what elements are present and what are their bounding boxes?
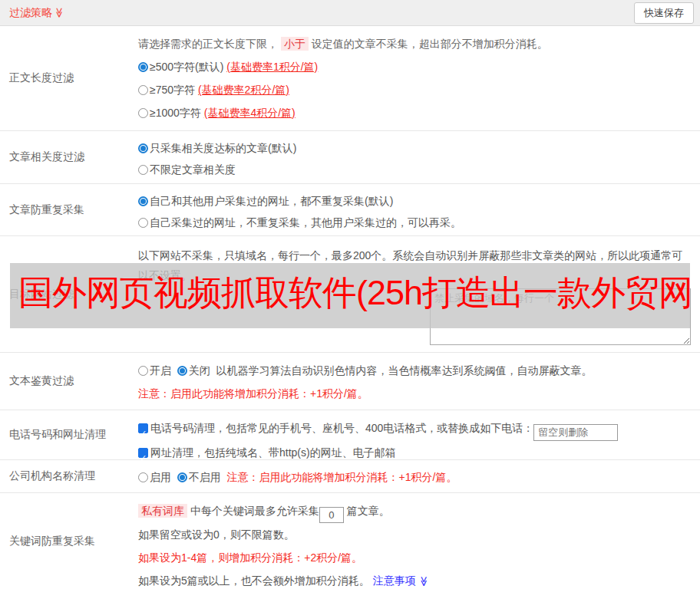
radio-icon[interactable] bbox=[138, 62, 148, 72]
row-content: 开启 关闭 以机器学习算法自动识别色情内容，当色情概率达到系统阈值，自动屏蔽文章… bbox=[138, 353, 700, 410]
porn-desc: 以机器学习算法自动识别色情内容，当色情概率达到系统阈值，自动屏蔽文章。 bbox=[216, 364, 593, 377]
radio-icon[interactable] bbox=[138, 472, 148, 482]
radio-icon[interactable] bbox=[138, 196, 148, 206]
row-target-site-filter: 目标网站过滤 以下网站不采集，只填域名，每行一个，最多200个。系统会自动识别并… bbox=[0, 236, 700, 353]
private-thesaurus-highlight: 私有词库 bbox=[138, 504, 187, 518]
checkbox-icon[interactable] bbox=[138, 423, 148, 433]
radio-icon[interactable] bbox=[177, 472, 187, 482]
row-label: 文章防重复采集 bbox=[0, 184, 138, 235]
row-content: 自己和其他用户采集过的网址，都不重复采集(默认) 自己采集过的网址，不重复采集，… bbox=[138, 184, 700, 235]
radio-icon[interactable] bbox=[138, 218, 148, 228]
keyword-note-zero: 如果留空或设为0，则不限篇数。 bbox=[138, 523, 694, 546]
keyword-limit-input[interactable] bbox=[319, 507, 344, 523]
row-label: 目标网站过滤 bbox=[0, 236, 138, 352]
row-content: 请选择需求的正文长度下限， 小于 设定值的文章不采集，超出部分不增加积分消耗。 … bbox=[138, 26, 700, 130]
row-phone-url-cleanup: 电话号码和网址清理 电话号码清理，包括常见的手机号、座机号、400电话格式，或替… bbox=[0, 410, 700, 460]
row-label: 电话号码和网址清理 bbox=[0, 410, 138, 459]
keyword-note-five: 如果设为5篇或以上，也不会额外增加积分消耗。 注意事项≫ bbox=[138, 569, 694, 589]
porn-option-on[interactable]: 开启 bbox=[138, 364, 171, 377]
fee-note: (基础费率4积分/篇) bbox=[204, 107, 296, 119]
company-option-on[interactable]: 启用 bbox=[138, 471, 171, 483]
row-content: 私有词库 中每个关键词最多允许采集 篇文章。 如果留空或设为0，则不限篇数。 如… bbox=[138, 493, 700, 589]
row-label: 文本鉴黄过滤 bbox=[0, 353, 138, 410]
radio-icon[interactable] bbox=[177, 366, 187, 376]
length-option-1000[interactable]: ≥1000字符 (基础费率4积分/篇) bbox=[138, 101, 694, 124]
row-content: 启用 不启用 注意：启用此功能将增加积分消耗：+1积分/篇。 bbox=[138, 460, 700, 492]
porn-cost-note: 注意：启用此功能将增加积分消耗：+1积分/篇。 bbox=[138, 382, 694, 405]
phone-cleanup-line: 电话号码清理，包括常见的手机号、座机号、400电话格式，或替换成如下电话： bbox=[138, 416, 694, 441]
company-cost-note: 注意：启用此功能将增加积分消耗：+1积分/篇。 bbox=[227, 471, 457, 483]
row-label: 正文长度过滤 bbox=[0, 26, 138, 130]
fee-note: (基础费率1积分/篇) bbox=[226, 61, 318, 73]
relevance-option-any[interactable]: 不限定文章相关度 bbox=[138, 159, 694, 180]
row-porn-filter: 文本鉴黄过滤 开启 关闭 以机器学习算法自动识别色情内容，当色情概率达到系统阈值… bbox=[0, 353, 700, 410]
notes-link[interactable]: 注意事项≫ bbox=[373, 574, 429, 587]
row-company-cleanup: 公司机构名称清理 启用 不启用 注意：启用此功能将增加积分消耗：+1积分/篇。 bbox=[0, 460, 700, 493]
fee-note: (基础费率2积分/篇) bbox=[198, 84, 289, 96]
row-content-length-filter: 正文长度过滤 请选择需求的正文长度下限， 小于 设定值的文章不采集，超出部分不增… bbox=[0, 26, 700, 131]
company-options: 启用 不启用 注意：启用此功能将增加积分消耗：+1积分/篇。 bbox=[138, 466, 694, 488]
page-title-toggle[interactable]: 过滤策略≫ bbox=[9, 6, 65, 20]
row-content: 只采集相关度达标的文章(默认) 不限定文章相关度 bbox=[138, 131, 700, 183]
porn-option-off[interactable]: 关闭 bbox=[177, 364, 210, 377]
length-option-750[interactable]: ≥750字符 (基础费率2积分/篇) bbox=[138, 78, 694, 101]
radio-icon[interactable] bbox=[138, 143, 148, 153]
row-dedup-collect: 文章防重复采集 自己和其他用户采集过的网址，都不重复采集(默认) 自己采集过的网… bbox=[0, 184, 700, 236]
length-intro: 请选择需求的正文长度下限， 小于 设定值的文章不采集，超出部分不增加积分消耗。 bbox=[138, 32, 694, 55]
company-option-off[interactable]: 不启用 bbox=[177, 471, 221, 483]
lt-highlight: 小于 bbox=[281, 37, 309, 51]
row-label: 关键词防重复采集 bbox=[0, 493, 138, 589]
row-label: 公司机构名称清理 bbox=[0, 460, 138, 492]
chevron-down-icon: ≫ bbox=[54, 7, 65, 18]
checkbox-icon[interactable] bbox=[138, 448, 148, 458]
page-title: 过滤策略 bbox=[9, 6, 52, 18]
filter-strategy-page: 过滤策略≫ 快速保存 正文长度过滤 请选择需求的正文长度下限， 小于 设定值的文… bbox=[0, 0, 700, 589]
relevance-option-strict[interactable]: 只采集相关度达标的文章(默认) bbox=[138, 137, 694, 159]
row-content: 电话号码清理，包括常见的手机号、座机号、400电话格式，或替换成如下电话： 网址… bbox=[138, 410, 700, 459]
keyword-note-cost: 如果设为1-4篇，则增加积分消耗：+2积分/篇。 bbox=[138, 546, 694, 569]
radio-icon[interactable] bbox=[138, 165, 148, 175]
row-relevance-filter: 文章相关度过滤 只采集相关度达标的文章(默认) 不限定文章相关度 bbox=[0, 131, 700, 184]
dedup-option-all[interactable]: 自己和其他用户采集过的网址，都不重复采集(默认) bbox=[138, 190, 694, 212]
blocked-domains-textarea[interactable] bbox=[430, 288, 691, 345]
target-desc: 以下网站不采集，只填域名，每行一个，最多200个。系统会自动识别并屏蔽那些非文章… bbox=[138, 242, 691, 285]
replacement-phone-input[interactable] bbox=[533, 424, 618, 441]
row-label: 文章相关度过滤 bbox=[0, 131, 138, 183]
radio-icon[interactable] bbox=[138, 85, 148, 95]
radio-icon[interactable] bbox=[138, 108, 148, 118]
dedup-option-self[interactable]: 自己采集过的网址，不重复采集，其他用户采集过的，可以再采。 bbox=[138, 212, 694, 233]
header-bar: 过滤策略≫ 快速保存 bbox=[0, 0, 700, 26]
row-keyword-dedup: 关键词防重复采集 私有词库 中每个关键词最多允许采集 篇文章。 如果留空或设为0… bbox=[0, 493, 700, 589]
keyword-limit-line: 私有词库 中每个关键词最多允许采集 篇文章。 bbox=[138, 499, 694, 523]
chevron-down-icon: ≫ bbox=[411, 576, 434, 587]
porn-options: 开启 关闭 以机器学习算法自动识别色情内容，当色情概率达到系统阈值，自动屏蔽文章… bbox=[138, 359, 694, 382]
radio-icon[interactable] bbox=[138, 366, 148, 376]
length-option-500[interactable]: ≥500字符(默认) (基础费率1积分/篇) bbox=[138, 55, 694, 78]
quick-save-button[interactable]: 快速保存 bbox=[634, 2, 694, 24]
row-content: 以下网站不采集，只填域名，每行一个，最多200个。系统会自动识别并屏蔽那些非文章… bbox=[138, 236, 700, 352]
